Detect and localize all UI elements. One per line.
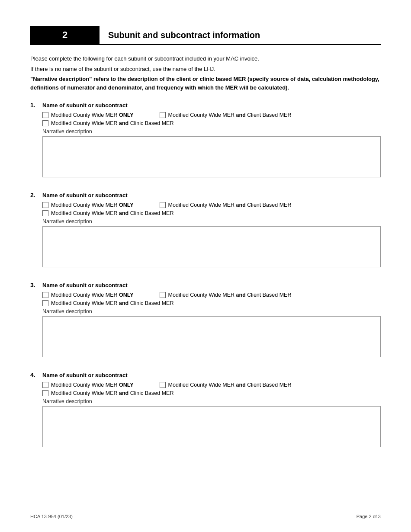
intro-text: Please complete the following for each s… bbox=[30, 54, 381, 92]
subunit-1-number: 1. bbox=[30, 102, 39, 109]
subunit-1-check3-label: Modified County Wide MER and Clinic Base… bbox=[51, 120, 173, 126]
subunit-3-narrative-label: Narrative description bbox=[42, 308, 381, 314]
subunit-3-name-input[interactable] bbox=[132, 279, 381, 287]
subunit-1-header: 1. Name of subunit or subcontract bbox=[30, 99, 381, 109]
subunit-1-name-input[interactable] bbox=[132, 99, 381, 107]
subunit-1: 1. Name of subunit or subcontract Modifi… bbox=[30, 99, 381, 177]
subunit-1-checkbox2: Modified County Wide MER and Client Base… bbox=[160, 112, 292, 118]
subunit-3-checkbox-row2: Modified County Wide MER and Clinic Base… bbox=[42, 300, 381, 306]
subunit-2-checkbox-row2: Modified County Wide MER and Clinic Base… bbox=[42, 210, 381, 216]
subunit-4-check3-label: Modified County Wide MER and Clinic Base… bbox=[51, 390, 173, 396]
subunit-4-narrative-box[interactable] bbox=[42, 406, 381, 447]
subunit-3-checkbox2: Modified County Wide MER and Client Base… bbox=[160, 292, 292, 298]
subunit-4-label: Name of subunit or subcontract bbox=[42, 372, 127, 378]
subunit-4-checkbox2: Modified County Wide MER and Client Base… bbox=[160, 382, 292, 388]
subunit-2-check2-box[interactable] bbox=[160, 202, 166, 208]
subunit-4-header: 4. Name of subunit or subcontract bbox=[30, 369, 381, 378]
subunit-3-check2-box[interactable] bbox=[160, 292, 166, 298]
subunit-4-checkboxes: Modified County Wide MER ONLY Modified C… bbox=[42, 382, 381, 396]
subunit-2-narrative-box[interactable] bbox=[42, 226, 381, 267]
page: 2 Subunit and subcontract information Pl… bbox=[0, 0, 411, 532]
subunit-2-check1-box[interactable] bbox=[42, 202, 48, 208]
subunit-3-check1-box[interactable] bbox=[42, 292, 48, 298]
section-header: 2 Subunit and subcontract information bbox=[30, 26, 381, 45]
subunit-1-label: Name of subunit or subcontract bbox=[42, 102, 127, 109]
subunit-1-check2-label: Modified County Wide MER and Client Base… bbox=[168, 112, 292, 118]
subunit-4-checkbox3: Modified County Wide MER and Clinic Base… bbox=[42, 390, 173, 396]
subunit-4-check1-label: Modified County Wide MER ONLY bbox=[51, 382, 134, 388]
subunit-2-checkboxes: Modified County Wide MER ONLY Modified C… bbox=[42, 202, 381, 216]
subunit-3-label: Name of subunit or subcontract bbox=[42, 282, 127, 288]
subunit-4-check3-box[interactable] bbox=[42, 390, 48, 396]
subunit-2-narrative-label: Narrative description bbox=[42, 218, 381, 224]
subunit-1-checkboxes: Modified County Wide MER ONLY Modified C… bbox=[42, 112, 381, 126]
subunit-4-name-input[interactable] bbox=[132, 369, 381, 377]
subunit-3-checkbox-row1: Modified County Wide MER ONLY Modified C… bbox=[42, 292, 381, 298]
subunit-2-check2-label: Modified County Wide MER and Client Base… bbox=[168, 202, 292, 208]
intro-line2: If there is no name of the subunit or su… bbox=[30, 65, 381, 74]
subunit-3-check3-label: Modified County Wide MER and Clinic Base… bbox=[51, 300, 173, 306]
subunit-3-number: 3. bbox=[30, 282, 39, 288]
subunit-2-number: 2. bbox=[30, 192, 39, 199]
subunit-4-check1-box[interactable] bbox=[42, 382, 48, 388]
subunit-1-checkbox-row1: Modified County Wide MER ONLY Modified C… bbox=[42, 112, 381, 118]
page-number: Page 2 of 3 bbox=[356, 514, 381, 519]
intro-line1: Please complete the following for each s… bbox=[30, 54, 381, 63]
subunit-1-check1-box[interactable] bbox=[42, 112, 48, 118]
subunit-1-check2-box[interactable] bbox=[160, 112, 166, 118]
subunit-4-check2-label: Modified County Wide MER and Client Base… bbox=[168, 382, 292, 388]
subunit-1-checkbox3: Modified County Wide MER and Clinic Base… bbox=[42, 120, 173, 126]
subunit-2: 2. Name of subunit or subcontract Modifi… bbox=[30, 189, 381, 267]
subunit-4-checkbox1: Modified County Wide MER ONLY bbox=[42, 382, 134, 388]
subunit-4-checkbox-row2: Modified County Wide MER and Clinic Base… bbox=[42, 390, 381, 396]
subunit-3-checkbox1: Modified County Wide MER ONLY bbox=[42, 292, 134, 298]
subunit-1-check1-label: Modified County Wide MER ONLY bbox=[51, 112, 134, 118]
subunit-2-header: 2. Name of subunit or subcontract bbox=[30, 189, 381, 199]
subunit-2-checkbox3: Modified County Wide MER and Clinic Base… bbox=[42, 210, 173, 216]
section-number: 2 bbox=[30, 26, 100, 44]
subunit-3-checkbox3: Modified County Wide MER and Clinic Base… bbox=[42, 300, 173, 306]
section-title: Subunit and subcontract information bbox=[100, 26, 381, 44]
subunit-4-checkbox-row1: Modified County Wide MER ONLY Modified C… bbox=[42, 382, 381, 388]
subunit-2-check3-box[interactable] bbox=[42, 210, 48, 216]
subunit-2-check1-label: Modified County Wide MER ONLY bbox=[51, 202, 134, 208]
subunit-1-checkbox-row2: Modified County Wide MER and Clinic Base… bbox=[42, 120, 381, 126]
subunit-4-check2-box[interactable] bbox=[160, 382, 166, 388]
subunit-3-header: 3. Name of subunit or subcontract bbox=[30, 279, 381, 288]
subunit-2-name-input[interactable] bbox=[132, 189, 381, 197]
subunit-2-checkbox1: Modified County Wide MER ONLY bbox=[42, 202, 134, 208]
intro-bold-note: "Narrative description" refers to the de… bbox=[30, 75, 381, 92]
subunit-3-checkboxes: Modified County Wide MER ONLY Modified C… bbox=[42, 292, 381, 306]
subunit-3: 3. Name of subunit or subcontract Modifi… bbox=[30, 279, 381, 357]
subunit-1-narrative-box[interactable] bbox=[42, 136, 381, 177]
subunit-1-narrative-label: Narrative description bbox=[42, 128, 381, 135]
subunit-1-check3-box[interactable] bbox=[42, 120, 48, 126]
subunit-2-checkbox2: Modified County Wide MER and Client Base… bbox=[160, 202, 292, 208]
subunit-3-check1-label: Modified County Wide MER ONLY bbox=[51, 292, 134, 298]
subunit-3-narrative-box[interactable] bbox=[42, 316, 381, 357]
subunit-1-checkbox1: Modified County Wide MER ONLY bbox=[42, 112, 134, 118]
subunit-2-label: Name of subunit or subcontract bbox=[42, 192, 127, 199]
form-id: HCA 13-954 (01/23) bbox=[30, 514, 73, 519]
subunit-3-check3-box[interactable] bbox=[42, 300, 48, 306]
subunits-container: 1. Name of subunit or subcontract Modifi… bbox=[30, 99, 381, 447]
page-footer: HCA 13-954 (01/23) Page 2 of 3 bbox=[30, 514, 381, 519]
subunit-4: 4. Name of subunit or subcontract Modifi… bbox=[30, 369, 381, 447]
subunit-4-number: 4. bbox=[30, 372, 39, 378]
subunit-3-check2-label: Modified County Wide MER and Client Base… bbox=[168, 292, 292, 298]
subunit-4-narrative-label: Narrative description bbox=[42, 398, 381, 404]
subunit-2-check3-label: Modified County Wide MER and Clinic Base… bbox=[51, 210, 173, 216]
subunit-2-checkbox-row1: Modified County Wide MER ONLY Modified C… bbox=[42, 202, 381, 208]
